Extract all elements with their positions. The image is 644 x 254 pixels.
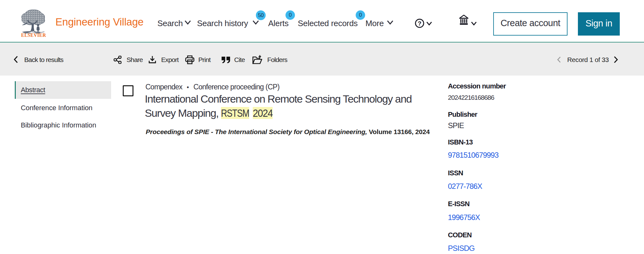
svg-text:?: ? [418, 20, 421, 27]
